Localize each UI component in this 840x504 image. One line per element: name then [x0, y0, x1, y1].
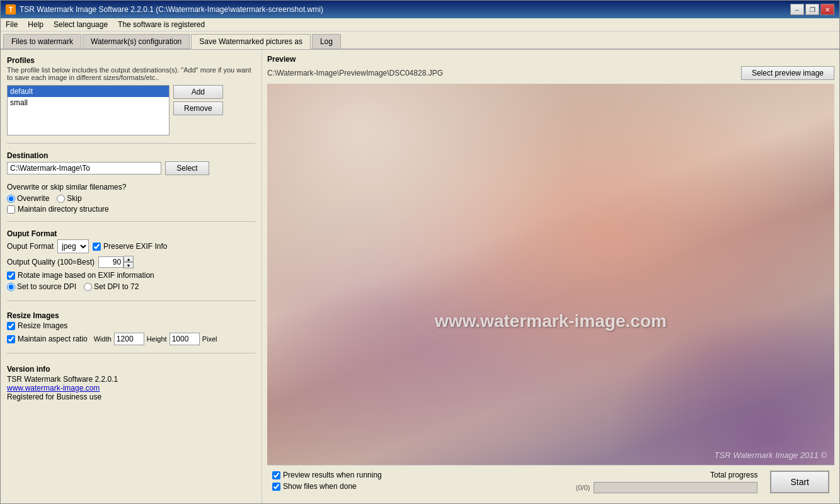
quality-label: Output Quality (100=Best)	[7, 258, 95, 266]
profiles-list[interactable]: default small	[7, 85, 170, 135]
window-controls: – ❐ ✕	[790, 4, 834, 15]
tab-log[interactable]: Log	[312, 34, 341, 49]
width-input[interactable]: 1200	[114, 333, 144, 345]
resize-images-option[interactable]: Resize Images	[7, 321, 255, 330]
resize-images-checkbox[interactable]	[7, 322, 15, 330]
preview-copyright-text: TSR Watermark Image 2011 ©	[715, 450, 827, 460]
menu-help[interactable]: Help	[28, 20, 43, 29]
skip-radio[interactable]	[57, 195, 65, 203]
profiles-section: Profiles The profile list below includes…	[7, 56, 255, 135]
spinbox-down-button[interactable]: ▼	[124, 262, 134, 268]
profile-buttons: Add Remove	[173, 85, 223, 115]
skip-radio-label: Skip	[67, 194, 81, 203]
preview-area: Preview C:\Watermark-Image\PreviewImage\…	[267, 55, 834, 465]
spinbox-up-button[interactable]: ▲	[124, 256, 134, 262]
show-files-checkbox[interactable]	[272, 483, 280, 491]
tab-files-to-watermark[interactable]: Files to watermark	[3, 34, 81, 49]
window-title: TSR Watermark Image Software 2.2.0.1 (C:…	[20, 5, 323, 14]
progress-count: (0/0)	[576, 484, 590, 491]
overwrite-radio[interactable]	[7, 195, 15, 203]
preview-results-checkbox[interactable]	[272, 471, 280, 479]
overwrite-radio-label: Overwrite	[17, 194, 49, 203]
close-button[interactable]: ✕	[820, 4, 834, 15]
select-preview-button[interactable]: Select preview image	[741, 66, 834, 80]
source-dpi-radio[interactable]	[7, 283, 15, 291]
tab-watermarks-config[interactable]: Watermark(s) configuration	[83, 34, 190, 49]
add-profile-button[interactable]: Add	[173, 85, 223, 99]
profile-item-small[interactable]: small	[8, 97, 169, 108]
profiles-desc: The profile list below includes the outp…	[7, 66, 255, 81]
skip-option[interactable]: Skip	[57, 194, 81, 203]
tab-bar: Files to watermark Watermark(s) configur…	[1, 32, 839, 50]
format-row: Ouput Format jpeg png bmp tiff gif Prese…	[7, 239, 255, 253]
start-button[interactable]: Start	[770, 471, 829, 493]
version-section: Version info TSR Watermark Software 2.2.…	[7, 365, 255, 401]
right-panel: Preview C:\Watermark-Image\PreviewImage\…	[262, 50, 839, 503]
menu-bar: File Help Select language The software i…	[1, 18, 839, 32]
version-text: TSR Watermark Software 2.2.0.1	[7, 375, 255, 384]
preview-results-option[interactable]: Preview results when running	[272, 471, 382, 479]
main-window: T TSR Watermark Image Software 2.2.0.1 (…	[0, 0, 840, 504]
output-format-section: Ouput Format Ouput Format jpeg png bmp t…	[7, 229, 255, 293]
profile-item-default[interactable]: default	[8, 86, 169, 97]
tab-save-watermarked[interactable]: Save Watermarked pictures as	[191, 34, 311, 49]
preview-watermark-text: www.watermark-image.com	[435, 311, 667, 331]
preserve-exif-checkbox[interactable]	[93, 243, 101, 251]
remove-profile-button[interactable]: Remove	[173, 101, 223, 115]
title-bar: T TSR Watermark Image Software 2.2.0.1 (…	[1, 1, 839, 18]
maintain-aspect-checkbox[interactable]	[7, 335, 15, 343]
destination-title: Destination	[7, 151, 255, 160]
rotate-exif-checkbox[interactable]	[7, 272, 15, 280]
format-label: Ouput Format	[7, 242, 54, 251]
destination-input[interactable]	[7, 162, 161, 175]
destination-row: Select	[7, 161, 255, 175]
quality-row: Output Quality (100=Best) 90 ▲ ▼	[7, 256, 255, 268]
progress-row: (0/0)	[576, 482, 758, 493]
format-select[interactable]: jpeg png bmp tiff gif	[57, 239, 89, 253]
rotate-exif-option[interactable]: Rotate image based on EXIF information	[7, 271, 255, 280]
preview-light-area	[267, 84, 579, 312]
version-title: Version info	[7, 365, 255, 374]
destination-select-button[interactable]: Select	[165, 161, 209, 175]
maintain-dir-label: Maintain directory structure	[18, 205, 109, 214]
maintain-dir-checkbox[interactable]	[7, 205, 15, 214]
divider-3	[7, 301, 255, 301]
divider-2	[7, 221, 255, 222]
quality-input[interactable]: 90	[98, 256, 124, 268]
menu-select-language[interactable]: Select language	[54, 20, 108, 29]
show-files-label: Show files when done	[283, 482, 357, 491]
preview-purple-area	[607, 312, 834, 465]
preview-path: C:\Watermark-Image\PreviewImage\DSC04828…	[267, 69, 443, 77]
menu-file[interactable]: File	[6, 20, 18, 29]
resize-section: Resize Images Resize Images Maintain asp…	[7, 311, 255, 345]
maintain-aspect-label: Maintain aspect ratio	[18, 335, 88, 343]
overwrite-option[interactable]: Overwrite	[7, 194, 49, 203]
destination-section: Destination Select	[7, 151, 255, 178]
output-format-title: Ouput Format	[7, 229, 255, 238]
show-files-option[interactable]: Show files when done	[272, 482, 382, 491]
minimize-button[interactable]: –	[790, 4, 804, 15]
overwrite-radio-group: Overwrite Skip	[7, 194, 255, 203]
divider-4	[7, 353, 255, 353]
height-input[interactable]: 1000	[170, 333, 200, 345]
preview-results-label: Preview results when running	[283, 471, 382, 479]
preview-image: www.watermark-image.com TSR Watermark Im…	[267, 84, 834, 465]
dpi-72-option[interactable]: Set DPI to 72	[84, 282, 139, 291]
overwrite-section: Overwrite or skip similar filenames? Ove…	[7, 183, 255, 214]
main-content: Profiles The profile list below includes…	[1, 50, 839, 503]
source-dpi-label: Set to source DPI	[17, 282, 76, 291]
preserve-exif-option[interactable]: Preserve EXIF Info	[93, 242, 167, 251]
resize-title: Resize Images	[7, 311, 255, 320]
website-link[interactable]: www.watermark-image.com	[7, 384, 100, 392]
maintain-aspect-option[interactable]: Maintain aspect ratio	[7, 335, 88, 343]
menu-registered: The software is registered	[118, 20, 205, 29]
profiles-title: Profiles	[7, 56, 255, 65]
maintain-dir-option[interactable]: Maintain directory structure	[7, 205, 255, 214]
height-label: Height	[147, 335, 167, 343]
bottom-bar: Preview results when running Show files …	[267, 465, 834, 498]
source-dpi-option[interactable]: Set to source DPI	[7, 282, 76, 291]
quality-spinbox: 90 ▲ ▼	[98, 256, 134, 268]
divider-1	[7, 143, 255, 144]
restore-button[interactable]: ❐	[805, 4, 819, 15]
dpi-72-radio[interactable]	[84, 283, 92, 291]
